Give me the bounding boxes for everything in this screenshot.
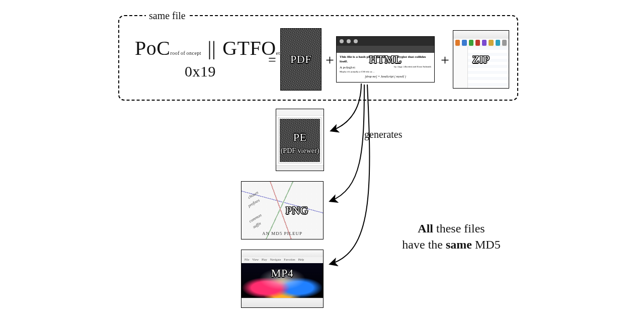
arrow-html-to-png — [330, 85, 364, 201]
title-token-poc: PoC — [135, 37, 170, 59]
pe-content-bg — [280, 119, 320, 162]
title-sep: || — [207, 37, 217, 59]
caption-l1-strong: All — [418, 222, 433, 235]
diagram-title: PoCroofofoncept || GTFOetheuckut 0x19 — [135, 36, 266, 80]
title-sub-oncept: oncept — [186, 50, 201, 56]
thumb-pdf: PDF — [280, 28, 321, 91]
same-file-legend-text: same file — [149, 10, 186, 21]
title-sub-roof: roof — [170, 50, 180, 56]
caption-line1: All these files — [383, 220, 519, 236]
caption-l2-strong: same — [446, 238, 472, 251]
browser-chrome-top — [337, 37, 434, 46]
thumb-zip: ZIP — [453, 30, 509, 89]
caption-line2: have the same MD5 — [383, 236, 519, 253]
player-controls — [242, 298, 323, 307]
title-sub-et: et — [276, 50, 280, 56]
thumb-pdf-bg — [281, 29, 321, 90]
caption-l1-post: these files — [433, 222, 485, 235]
html-line3a: Maybe it's actually a CSS file or… — [340, 70, 431, 74]
thumb-pe: PE (PDF viewer) — [276, 109, 324, 171]
plus-2: + — [441, 52, 449, 67]
player-titlebar — [242, 250, 323, 258]
png-lines — [242, 182, 323, 239]
thumb-png: chosen prefixes common suffix AN MD5 PIL… — [241, 181, 324, 239]
explorer-list — [468, 47, 509, 88]
pe-content — [278, 117, 321, 164]
generates-label: generates — [364, 129, 403, 140]
png-footer: AN MD5 PILEUP — [262, 231, 302, 236]
title-sub-of: of — [181, 50, 185, 56]
explorer-titlebar — [453, 31, 509, 39]
caption: All these files have the same MD5 — [383, 220, 519, 253]
thumb-mp4: File View Play Navigate Favorites Help M… — [241, 250, 324, 308]
equals-sign: = — [268, 53, 276, 67]
pe-statusbar — [276, 165, 324, 171]
explorer-tree — [453, 47, 468, 88]
html-byline: by Ange Albertini and Evan Sultanik — [394, 65, 431, 70]
title-issue: 0x19 — [135, 63, 266, 80]
thumb-pe-sublabel: (PDF viewer) — [281, 147, 319, 155]
html-jsline: [drop me] + JavaScript { myself } — [340, 74, 431, 78]
browser-url-bar — [337, 46, 434, 53]
arrow-html-to-mp4 — [330, 85, 369, 264]
plus-1: + — [326, 52, 334, 67]
thumb-html: This file is a hash pileup and HTML poly… — [336, 36, 435, 83]
explorer-body — [453, 47, 509, 88]
html-polyglot: A polyglot: — [340, 65, 356, 70]
pe-menubar — [276, 109, 324, 116]
html-headline: This file is a hash pileup and HTML poly… — [340, 55, 431, 64]
caption-l2-pre: have the — [402, 238, 446, 251]
browser-page-text: This file is a hash pileup and HTML poly… — [340, 55, 431, 78]
player-body — [242, 263, 323, 298]
same-file-legend: same file — [146, 10, 189, 22]
caption-l2-post: MD5 — [472, 238, 501, 251]
